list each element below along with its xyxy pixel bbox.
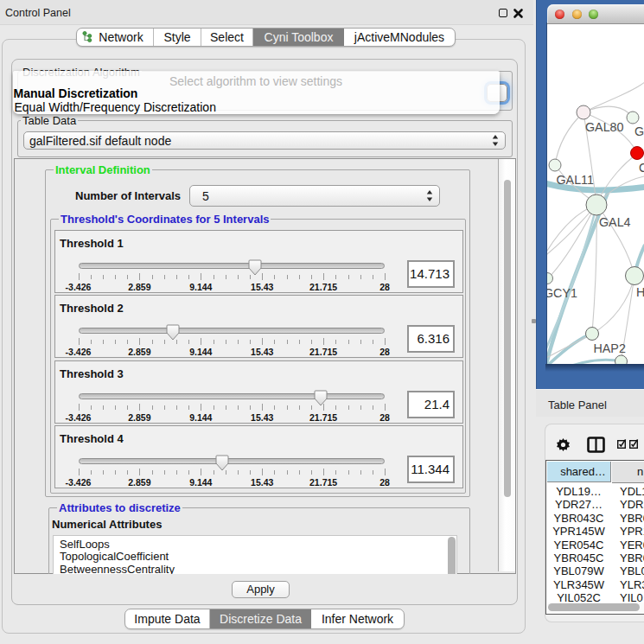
svg-text:H: H: [636, 285, 644, 299]
svg-text:GAL4: GAL4: [599, 215, 631, 229]
svg-text:GAL80: GAL80: [585, 120, 624, 134]
svg-text:G: G: [634, 124, 644, 138]
svg-text:HAP2: HAP2: [594, 341, 626, 355]
svg-text:GAL11: GAL11: [557, 173, 594, 187]
svg-text:C: C: [639, 161, 644, 175]
svg-text:GCY1: GCY1: [547, 286, 577, 300]
